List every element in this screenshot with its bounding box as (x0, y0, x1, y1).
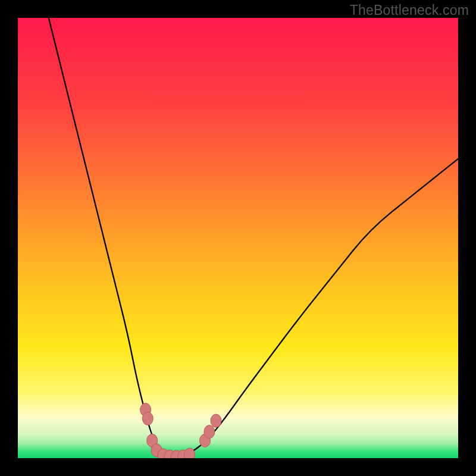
data-marker (142, 412, 153, 425)
data-marker (204, 425, 215, 439)
plot-area (18, 18, 458, 458)
watermark-text: TheBottleneck.com (350, 2, 469, 18)
data-marker (184, 448, 195, 458)
data-marker (211, 414, 221, 427)
bottleneck-curve (49, 18, 458, 456)
outer-frame: TheBottleneck.com (0, 0, 476, 476)
marker-group (140, 403, 221, 458)
curve-layer (18, 18, 458, 458)
